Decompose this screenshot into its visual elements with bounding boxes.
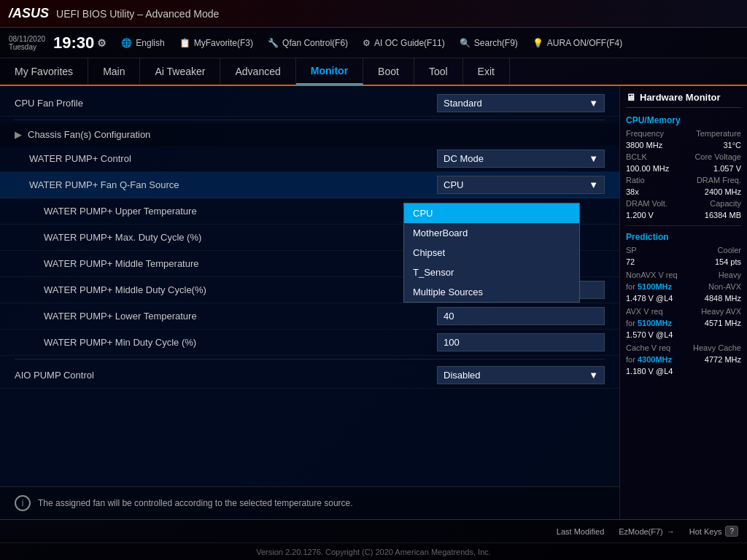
aura-icon: 💡 [533,38,543,48]
nav-main[interactable]: Main [88,58,140,85]
myfavorite-icon: 📋 [179,38,190,48]
hw-freq-value: 3800 MHz [626,141,662,149]
chevron-down-icon: ▼ [589,179,598,190]
water-pump-control-row: WATER PUMP+ Control DC Mode ▼ [0,146,619,172]
last-modified-label: Last Modified [557,527,604,536]
hw-bclk-corevolt-values: 100.00 MHz 1.057 V [626,164,741,173]
aio-pump-control-label: AIO PUMP Control [15,370,437,381]
pred-cache-freq: for 4300MHz 4772 MHz [626,355,741,364]
hw-corevolt-label: Core Voltage [694,152,741,161]
hw-capacity-label: Capacity [710,199,741,208]
hardware-monitor-panel: 🖥 Hardware Monitor CPU/Memory Frequency … [619,86,747,519]
search-label: Search(F9) [474,38,518,48]
water-pump-lower-temp-input[interactable]: 40 [437,307,605,325]
hw-ratio-dramfreq-header: Ratio DRAM Freq. [626,176,741,184]
water-pump-fan-source-label: WATER PUMP+ Fan Q-Fan Source [15,179,437,190]
pred-heavyavx-value: 4571 MHz [705,319,741,327]
water-pump-lower-temp-label: WATER PUMP+ Lower Temperature [15,311,437,322]
hw-dramvolt-capacity-header: DRAM Volt. Capacity [626,199,741,208]
nav-advanced[interactable]: Advanced [220,58,295,85]
info-bar: i The assigned fan will be controlled ac… [0,486,619,519]
pred-nonavx-freq-value: 5100MHz [638,282,672,291]
language-label: English [136,38,164,48]
hw-divider [626,225,741,226]
pred-cache-freq-value: 4300MHz [638,355,672,364]
cpu-fan-profile-dropdown[interactable]: Standard ▼ [437,94,605,112]
content-area: CPU Fan Profile Standard ▼ ▶ Chassis Fan… [0,86,747,519]
dropdown-option-motherboard[interactable]: MotherBoard [404,223,579,243]
pred-avx-volt-value: 1.570 V @L4 [626,330,673,339]
hw-dramfreq-value: 2400 MHz [705,187,741,196]
pred-cache-for-label: for 4300MHz [626,355,672,364]
qfan-label: Qfan Control(F6) [282,38,348,48]
qfan-button[interactable]: 🔧 Qfan Control(F6) [268,38,348,48]
water-pump-upper-temp-label: WATER PUMP+ Upper Temperature [15,206,437,217]
myfavorite-label: MyFavorite(F3) [194,38,253,48]
pred-sp-cooler-header: SP Cooler [626,246,741,254]
hw-bclk-corevolt-header: BCLK Core Voltage [626,152,741,161]
nav-tool[interactable]: Tool [414,58,463,85]
nav-monitor[interactable]: Monitor [296,58,363,85]
header: /ASUS UEFI BIOS Utility – Advanced Mode [0,0,747,28]
water-pump-fan-source-row: WATER PUMP+ Fan Q-Fan Source CPU ▼ [0,172,619,198]
pred-nonavx-header: NonAVX V req Heavy [626,271,741,279]
water-pump-control-value: DC Mode ▼ [437,149,605,168]
water-pump-fan-source-value: CPU ▼ [437,176,605,194]
chassis-section-header[interactable]: ▶ Chassis Fan(s) Configuration [0,123,619,146]
dropdown-option-cpu[interactable]: CPU [404,203,579,223]
nav: My Favorites Main Ai Tweaker Advanced Mo… [0,58,747,86]
help-key: ? [725,526,738,537]
datetime: 08/11/2020 Tuesday [9,35,45,51]
aura-button[interactable]: 💡 AURA ON/OFF(F4) [533,38,622,48]
water-pump-max-duty-label: WATER PUMP+ Max. Duty Cycle (%) [15,232,437,243]
hw-dramvolt-value: 1.200 V [626,211,654,219]
nav-boot[interactable]: Boot [363,58,414,85]
search-button[interactable]: 🔍 Search(F9) [460,38,518,48]
pred-sp-cooler-values: 72 154 pts [626,257,741,266]
prediction-section: Prediction [626,232,741,242]
ez-mode-button[interactable]: EzMode(F7) → [619,527,675,536]
bottom-bar: Version 2.20.1276. Copyright (C) 2020 Am… [0,542,747,560]
aio-pump-control-dropdown[interactable]: Disabled ▼ [437,366,605,384]
pred-cache-section: Cache V req Heavy Cache for 4300MHz 4772… [626,343,741,376]
pred-nonavx-volt-value: 1.478 V @L4 [626,294,673,303]
qfan-icon: 🔧 [268,38,279,48]
language-button[interactable]: 🌐 English [121,38,164,48]
pred-sp-label: SP [626,246,637,254]
pred-avx-freq: for 5100MHz 4571 MHz [626,319,741,327]
pred-heavycache-label: Heavy Cache [693,343,741,352]
time: 19:30 [53,34,94,52]
nav-my-favorites[interactable]: My Favorites [0,58,88,85]
last-modified-button[interactable]: Last Modified [557,527,604,536]
water-pump-fan-source-dropdown[interactable]: CPU ▼ [437,176,605,194]
dropdown-option-tsensor[interactable]: T_Sensor [404,262,579,282]
nav-ai-tweaker[interactable]: Ai Tweaker [140,58,220,85]
globe-icon: 🌐 [121,38,132,48]
water-pump-min-duty-value: 100 [437,333,605,351]
pred-cache-volt-value: 1.180 V @L4 [626,367,673,376]
info-icon: i [15,495,31,511]
nav-exit[interactable]: Exit [463,58,510,85]
cpu-fan-profile-value: Standard ▼ [437,94,605,112]
hw-freq-temp-values: 3800 MHz 31°C [626,141,741,149]
dropdown-option-chipset[interactable]: Chipset [404,243,579,262]
gear-icon[interactable]: ⚙ [97,37,107,49]
hw-capacity-value: 16384 MB [705,211,741,219]
hw-ratio-value: 38x [626,187,639,196]
main-panel: CPU Fan Profile Standard ▼ ▶ Chassis Fan… [0,86,619,519]
footer: Last Modified EzMode(F7) → Hot Keys ? [0,519,747,542]
water-pump-middle-temp-label: WATER PUMP+ Middle Temperature [15,258,437,269]
pred-cooler-label: Cooler [718,246,741,254]
dropdown-option-multiple[interactable]: Multiple Sources [404,282,579,302]
water-pump-control-dropdown[interactable]: DC Mode ▼ [437,149,605,168]
bios-title: UEFI BIOS Utility – Advanced Mode [56,8,738,20]
cpu-memory-section: CPU/Memory [626,115,741,125]
pred-heavyavx-label: Heavy AVX [701,307,741,316]
version-text: Version 2.20.1276. Copyright (C) 2020 Am… [256,548,491,556]
hot-keys-button[interactable]: Hot Keys ? [689,526,738,537]
hw-ratio-dramfreq-values: 38x 2400 MHz [626,187,741,196]
aioc-button[interactable]: ⚙ AI OC Guide(F11) [363,38,445,48]
water-pump-min-duty-input[interactable]: 100 [437,333,605,351]
aioc-label: AI OC Guide(F11) [374,38,445,48]
myfavorite-button[interactable]: 📋 MyFavorite(F3) [179,38,253,48]
